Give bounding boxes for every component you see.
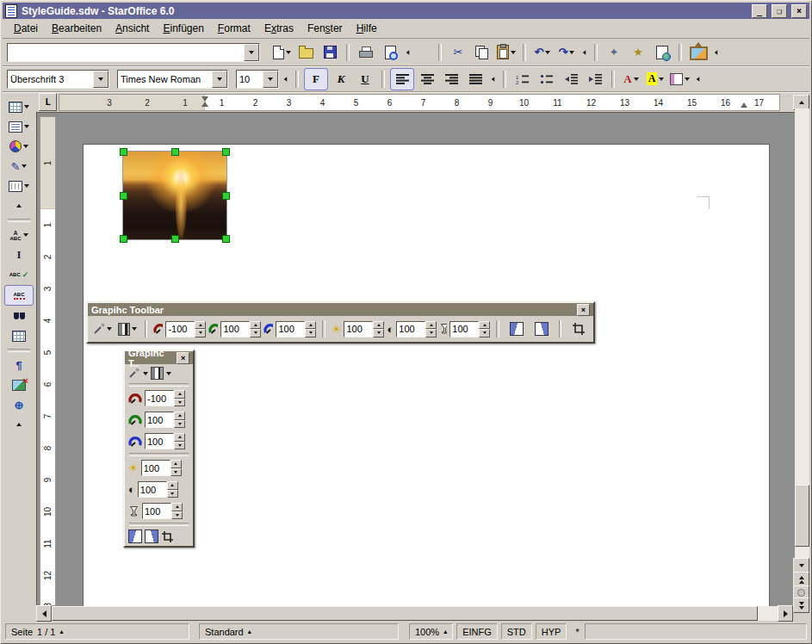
align-left-button[interactable]	[390, 68, 414, 90]
align-center-button[interactable]	[416, 69, 438, 90]
toolbar-overflow-icon[interactable]	[697, 77, 700, 82]
spin-down-button[interactable]	[425, 329, 437, 337]
spin-down-button[interactable]	[171, 511, 183, 520]
autotext-button[interactable]: AABC	[5, 226, 33, 245]
numbered-list-button[interactable]: 12	[511, 69, 534, 90]
spin-up-button[interactable]	[373, 321, 384, 330]
page-status-panel[interactable]: Seite 1 / 1 ▴	[5, 623, 189, 640]
menu-item-hilfe[interactable]: Hilfe	[350, 21, 384, 36]
url-input[interactable]	[8, 46, 244, 59]
crop-icon[interactable]	[161, 530, 174, 543]
spin-down-button[interactable]	[479, 329, 490, 337]
contrast-spinner[interactable]	[138, 481, 178, 498]
menu-item-format[interactable]: Format	[211, 21, 257, 36]
blue-spinner[interactable]	[276, 321, 316, 337]
spin-down-button[interactable]	[170, 468, 182, 477]
paragraph-style-input[interactable]	[8, 72, 93, 86]
spin-down-button[interactable]	[174, 420, 185, 429]
hyperlink-mode-panel[interactable]: HYP	[536, 623, 567, 640]
horizontal-scrollbar-thumb[interactable]	[52, 606, 758, 621]
gamma-spinner[interactable]	[142, 503, 183, 519]
scroll-left-button[interactable]	[36, 605, 52, 622]
paragraph-background-button[interactable]	[668, 69, 691, 90]
align-right-button[interactable]	[440, 69, 462, 90]
title-bar[interactable]: StyleGuide.sdw - StarOffice 6.0 _ ❏ ×	[3, 3, 809, 19]
horizontal-ruler[interactable]: 321 1234567891011121314151617	[59, 94, 780, 111]
find-button[interactable]	[5, 307, 33, 325]
red-spinner[interactable]	[165, 321, 206, 337]
insert-object-button[interactable]	[5, 137, 33, 156]
horizontal-scrollbar-track[interactable]	[52, 606, 778, 621]
hyperlink-button[interactable]	[651, 42, 673, 63]
vertical-ruler[interactable]: 1 1234567891011121314151617	[40, 116, 56, 606]
menu-item-datei[interactable]: Datei	[7, 21, 45, 36]
flip-horizontal-button[interactable]	[505, 319, 528, 339]
cut-button[interactable]: ✂	[447, 42, 469, 63]
maximize-button[interactable]: ❏	[772, 4, 787, 18]
brightness-spinner[interactable]	[141, 460, 182, 476]
copy-button[interactable]	[471, 42, 493, 63]
stylist-button[interactable]: ★	[627, 42, 649, 63]
paragraph-style-combo[interactable]	[7, 70, 109, 89]
spin-down-button[interactable]	[305, 329, 316, 337]
font-size-input[interactable]	[237, 72, 263, 86]
insert-table-button[interactable]	[5, 97, 33, 116]
new-document-button[interactable]	[270, 42, 293, 63]
chevron-down-icon[interactable]	[143, 372, 148, 375]
selection-mode-panel[interactable]: STD	[501, 623, 532, 640]
blue-spinner[interactable]	[145, 433, 185, 449]
spin-up-button[interactable]	[425, 321, 437, 330]
left-indent-marker[interactable]	[201, 96, 208, 107]
print-button[interactable]	[355, 42, 377, 63]
menu-item-ansicht[interactable]: Ansicht	[108, 21, 156, 36]
spin-up-button[interactable]	[174, 433, 185, 442]
spin-up-button[interactable]	[167, 481, 178, 490]
template-panel[interactable]: Standard ▴	[199, 623, 399, 640]
graphic-toolbar-titlebar[interactable]: Grapihc Toolbar ×	[88, 303, 593, 316]
url-dropdown-button[interactable]	[244, 44, 259, 61]
bold-button[interactable]: F	[304, 68, 328, 90]
graphic-palette-titlebar[interactable]: Grapihc T.. ×	[125, 351, 193, 364]
spin-down-button[interactable]	[195, 329, 206, 337]
toolbar-overflow-icon[interactable]	[406, 50, 410, 55]
font-color-button[interactable]: A	[620, 69, 642, 90]
menu-item-extras[interactable]: Extras	[257, 21, 301, 36]
menu-item-bearbeiten[interactable]: Bearbeiten	[45, 21, 108, 36]
gamma-spinner[interactable]	[449, 321, 490, 337]
spellcheck-button[interactable]: ABC✓	[5, 265, 33, 284]
spin-up-button[interactable]	[305, 321, 316, 330]
filter-button[interactable]	[91, 319, 114, 339]
gallery-button[interactable]	[687, 42, 710, 63]
green-value-input[interactable]	[220, 321, 250, 337]
resize-handle[interactable]	[222, 235, 230, 243]
close-icon[interactable]: ×	[577, 304, 590, 316]
toolbar-overflow-icon[interactable]	[715, 50, 718, 55]
vertical-scrollbar-thumb[interactable]	[795, 485, 809, 547]
vertical-scrollbar-track[interactable]	[795, 108, 809, 558]
gamma-value-input[interactable]	[142, 503, 171, 519]
spin-up-button[interactable]	[195, 321, 206, 330]
resize-handle[interactable]	[120, 148, 127, 156]
font-name-input[interactable]	[118, 72, 212, 86]
spin-up-button[interactable]	[170, 460, 182, 468]
graphic-palette-window[interactable]: Grapihc T.. × ☀ ◐	[123, 350, 195, 548]
highlight-button[interactable]: A	[644, 69, 666, 90]
selected-image[interactable]	[122, 151, 227, 240]
undo-button[interactable]: ↶	[531, 42, 554, 63]
scroll-right-button[interactable]	[778, 605, 793, 622]
green-value-input[interactable]	[145, 412, 174, 428]
brightness-value-input[interactable]	[344, 321, 373, 337]
insert-mode-panel[interactable]: EINFG	[456, 623, 498, 640]
resize-handle[interactable]	[222, 192, 230, 200]
page-preview-button[interactable]	[379, 42, 401, 63]
insert-frame-button[interactable]	[5, 117, 33, 136]
spin-down-button[interactable]	[250, 329, 261, 337]
spin-up-button[interactable]	[250, 321, 261, 330]
size-dropdown-button[interactable]	[263, 71, 278, 88]
graphics-toggle-button[interactable]	[5, 375, 33, 394]
red-value-input[interactable]	[165, 321, 195, 337]
form-functions-button[interactable]	[5, 176, 33, 195]
close-button[interactable]: ×	[791, 4, 807, 18]
save-button[interactable]	[319, 42, 341, 63]
next-page-button[interactable]	[793, 598, 809, 613]
